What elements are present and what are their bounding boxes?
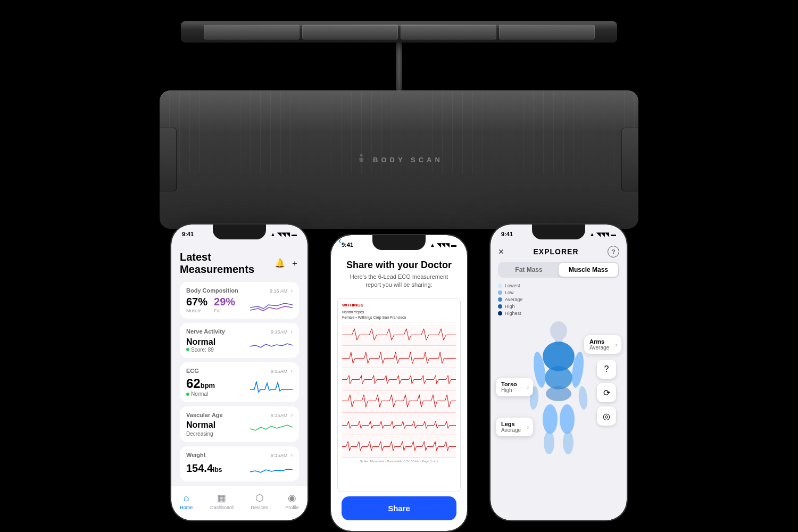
- segment-control: Fat Mass Muscle Mass: [498, 262, 619, 278]
- nerve-status-dot: [186, 348, 189, 351]
- tab-muscle-mass[interactable]: Muscle Mass: [559, 263, 618, 277]
- share-button[interactable]: Share: [342, 496, 456, 520]
- phone-measurements: 9:41 ▲ ◥◥◥ ▬ Latest Measurements 🔔 ＋: [170, 223, 309, 521]
- phone-share: 9:41 ▲ ◥◥◥ ▬ ‹ Share with your Doctor He…: [330, 234, 468, 532]
- legend-label-average: Average: [505, 297, 522, 302]
- body-explorer: Arms Average › Torso High › Legs Average: [496, 319, 621, 468]
- handle-segment: [401, 24, 496, 39]
- nav-home-label: Home: [180, 505, 193, 510]
- ecg-value: 62bpm: [186, 376, 215, 391]
- add-icon[interactable]: ＋: [290, 258, 299, 269]
- scale-grip-right: [621, 128, 638, 192]
- fat-label: Fat: [214, 308, 235, 313]
- status-time-2: 9:41: [342, 242, 353, 248]
- arms-title: Arms: [589, 338, 616, 345]
- action-buttons: ? ⟳ ◎: [597, 360, 616, 426]
- status-icons-2: ▲ ◥◥◥ ▬: [430, 242, 456, 248]
- phone-explorer: 9:41 ▲ ◥◥◥ ▬ ✕ EXPLORER ? Fat Mass M: [489, 223, 628, 521]
- status-icons-1: ▲ ◥◥◥ ▬: [270, 231, 297, 237]
- phone2-content: 9:41 ▲ ◥◥◥ ▬ ‹ Share with your Doctor He…: [331, 235, 467, 531]
- help-button[interactable]: ?: [608, 246, 619, 257]
- svg-point-18: [544, 431, 554, 454]
- legend-dot-high: [498, 304, 502, 309]
- card-time-ecg: 9:15AM ›: [271, 368, 293, 374]
- wifi-icon: ▲: [270, 231, 276, 237]
- home-icon: ⌂: [184, 493, 189, 504]
- card-time-nerve: 9:15AM ›: [271, 329, 293, 335]
- nav-profile-label: Profile: [285, 505, 299, 510]
- ecg-row-5: [342, 414, 456, 435]
- legend-average: Average: [498, 297, 619, 302]
- phone-notch-3: [532, 225, 585, 239]
- ecg-report: WITHINGS Naomi Yepes Female • Withings C…: [337, 298, 461, 492]
- share-title: Share with your Doctor: [342, 260, 456, 271]
- svg-point-16: [543, 404, 558, 434]
- nav-devices-label: Devices: [251, 505, 268, 510]
- ecg-row-4: [342, 392, 456, 413]
- card-time-body-comp: 9:15 AM ›: [270, 288, 293, 294]
- tab-fat-mass[interactable]: Fat Mass: [499, 263, 559, 277]
- patient-details: Female • Withings Corp San Francisco: [342, 315, 456, 320]
- ecg-row-2: [342, 347, 456, 368]
- status-icons-3: ▲ ◥◥◥ ▬: [589, 231, 616, 237]
- explorer-header: ✕ EXPLORER ?: [491, 246, 627, 257]
- card-title-ecg: ECG: [186, 368, 199, 374]
- ecg-card[interactable]: ECG 9:15AM › 62bpm: [180, 362, 299, 402]
- handle-bar: [181, 21, 617, 43]
- signal-icon: ◥◥◥: [277, 231, 290, 237]
- phone-screen-explorer: 9:41 ▲ ◥◥◥ ▬ ✕ EXPLORER ? Fat Mass M: [491, 225, 627, 520]
- reset-action-btn[interactable]: ◎: [597, 406, 616, 426]
- rotate-action-btn[interactable]: ⟳: [597, 383, 616, 402]
- torso-region-card[interactable]: Torso High ›: [496, 378, 533, 396]
- legend-dot-lowest: [498, 284, 502, 288]
- legend-highest: Highest: [498, 311, 619, 316]
- svg-point-15: [578, 386, 588, 410]
- weight-card[interactable]: Weight 9:15AM › 154.4lbs: [180, 446, 299, 481]
- body-composition-card[interactable]: Body Composition 9:15 AM › 67% Muscle: [180, 282, 299, 319]
- devices-icon: ⬡: [255, 492, 264, 504]
- scale-grip-left: [160, 128, 177, 192]
- muscle-label: Muscle: [186, 308, 207, 313]
- status-time-1: 9:41: [182, 231, 194, 237]
- nerve-activity-card[interactable]: Nerve Activity 9:15AM › Normal Score: 89: [180, 323, 299, 358]
- explorer-back-btn[interactable]: ✕: [498, 247, 504, 256]
- legs-region-card[interactable]: Legs Average ›: [496, 418, 533, 436]
- arms-region-card[interactable]: Arms Average ›: [584, 335, 621, 354]
- nav-dashboard[interactable]: ▦ Dashboard: [210, 492, 234, 510]
- legend-dot-average: [498, 297, 502, 302]
- svg-point-11: [546, 386, 571, 401]
- legs-status: Average: [501, 427, 528, 433]
- scale-label: BODY SCAN: [355, 153, 443, 166]
- legend-label-low: Low: [505, 290, 514, 295]
- ecg-row-1: [342, 325, 456, 346]
- card-title-vascular: Vascular Age: [186, 412, 223, 418]
- torso-status: High: [501, 387, 528, 393]
- ecg-row-6: [342, 436, 456, 458]
- nav-home[interactable]: ⌂ Home: [180, 493, 193, 510]
- profile-icon: ◉: [288, 492, 296, 504]
- ecg-row-3: [342, 369, 456, 390]
- svg-point-17: [560, 404, 575, 434]
- signal-icon-3: ◥◥◥: [596, 231, 609, 237]
- patient-name: Naomi Yepes: [342, 310, 456, 315]
- legs-arrow: ›: [527, 424, 529, 430]
- nav-profile[interactable]: ◉ Profile: [285, 492, 299, 510]
- bell-icon[interactable]: 🔔: [275, 258, 285, 269]
- muscle-pct: 67%: [186, 296, 207, 308]
- phone1-header: Latest Measurements 🔔 ＋: [180, 251, 299, 276]
- nerve-score: Score: 89: [191, 347, 214, 353]
- legend-dot-highest: [498, 311, 502, 315]
- arms-arrow: ›: [616, 342, 617, 347]
- help-action-btn[interactable]: ?: [597, 360, 616, 379]
- nav-devices[interactable]: ⬡ Devices: [251, 492, 268, 510]
- vascular-age-card[interactable]: Vascular Age 9:15AM › Normal Decreasing: [180, 406, 299, 442]
- ecg-brand: WITHINGS: [342, 303, 456, 307]
- legend-high: High: [498, 304, 619, 309]
- card-arrow: ›: [291, 288, 293, 294]
- status-time-3: 9:41: [501, 231, 513, 237]
- svg-point-19: [563, 431, 573, 454]
- card-time-weight: 9:15AM ›: [271, 452, 293, 458]
- phone-screen-measurements: 9:41 ▲ ◥◥◥ ▬ Latest Measurements 🔔 ＋: [171, 225, 307, 520]
- share-header: Share with your Doctor Here's the 6-Lead…: [331, 260, 467, 289]
- card-title-weight: Weight: [186, 452, 205, 458]
